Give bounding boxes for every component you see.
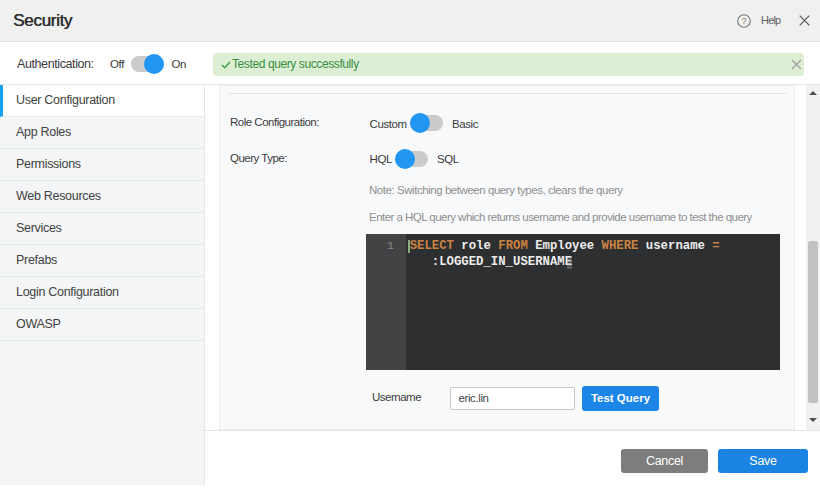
- svg-text:?: ?: [741, 16, 746, 26]
